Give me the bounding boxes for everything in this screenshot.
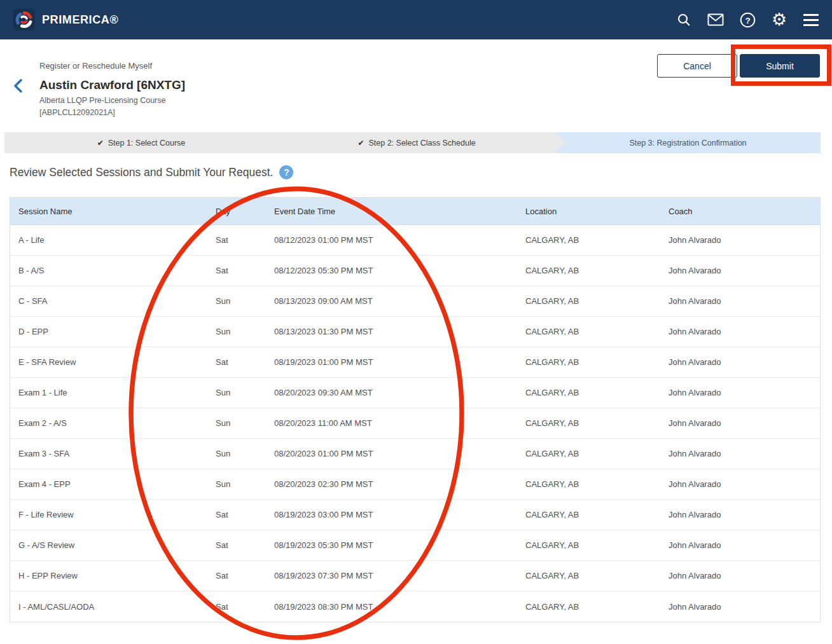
cell-event-date-time: 08/12/2023 05:30 PM MST bbox=[274, 266, 525, 275]
step-1-label: Step 1: Select Course bbox=[108, 139, 186, 147]
help-icon[interactable]: ? bbox=[739, 11, 756, 28]
cell-location: CALGARY, AB bbox=[525, 418, 669, 428]
cell-location: CALGARY, AB bbox=[525, 479, 669, 489]
search-icon[interactable] bbox=[676, 11, 692, 28]
page: PRIMERICA® ? ⚙ bbox=[0, 0, 832, 644]
cell-event-date-time: 08/19/2023 08:30 PM MST bbox=[274, 602, 525, 612]
cell-session-name: Exam 2 - A/S bbox=[18, 418, 216, 428]
section-help-icon[interactable]: ? bbox=[279, 165, 293, 179]
cell-day: Sat bbox=[216, 266, 274, 275]
cell-coach: John Alvarado bbox=[669, 602, 820, 612]
cell-event-date-time: 08/13/2023 09:00 AM MST bbox=[274, 296, 525, 306]
step-2: ✔ Step 2: Select Class Schedule bbox=[278, 132, 555, 153]
table-row: A - Life Sat 08/12/2023 01:00 PM MST CAL… bbox=[10, 225, 820, 256]
cell-location: CALGARY, AB bbox=[525, 357, 669, 367]
table-header-row: Session Name Day Event Date Time Locatio… bbox=[10, 198, 820, 225]
cell-coach: John Alvarado bbox=[669, 296, 820, 306]
cell-session-name: I - AML/CASL/AODA bbox=[18, 602, 216, 612]
col-coach: Coach bbox=[669, 207, 820, 216]
cell-coach: John Alvarado bbox=[669, 418, 820, 428]
cell-event-date-time: 08/12/2023 01:00 PM MST bbox=[274, 235, 525, 245]
col-location: Location bbox=[525, 207, 669, 216]
page-title: Austin Crawford [6NXTG] bbox=[39, 78, 185, 92]
cell-event-date-time: 08/20/2023 02:30 PM MST bbox=[274, 479, 525, 489]
table-row: D - EPP Sun 08/13/2023 01:30 PM MST CALG… bbox=[10, 317, 820, 347]
svg-text:?: ? bbox=[745, 15, 750, 25]
breadcrumb: Register or Reschedule Myself bbox=[39, 61, 152, 71]
cell-location: CALGARY, AB bbox=[525, 510, 669, 519]
cell-day: Sat bbox=[216, 357, 274, 367]
table-row: Exam 1 - Life Sun 08/20/2023 09:30 AM MS… bbox=[10, 378, 820, 408]
course-name: Alberta LLQP Pre-Licensing Course bbox=[39, 95, 166, 107]
table-row: B - A/S Sat 08/12/2023 05:30 PM MST CALG… bbox=[10, 256, 820, 286]
cell-day: Sat bbox=[216, 510, 274, 519]
table-row: C - SFA Sun 08/13/2023 09:00 AM MST CALG… bbox=[10, 286, 820, 317]
step-progress-bar: ✔ Step 1: Select Course ✔ Step 2: Select… bbox=[4, 132, 821, 153]
table-row: Exam 4 - EPP Sun 08/20/2023 02:30 PM MST… bbox=[10, 469, 820, 500]
check-icon: ✔ bbox=[357, 139, 364, 147]
cell-session-name: E - SFA Review bbox=[18, 357, 216, 367]
top-navbar: PRIMERICA® ? ⚙ bbox=[0, 0, 832, 39]
cell-location: CALGARY, AB bbox=[525, 571, 669, 580]
sessions-table: Session Name Day Event Date Time Locatio… bbox=[10, 197, 821, 622]
cell-session-name: B - A/S bbox=[18, 266, 216, 275]
cell-session-name: Exam 3 - SFA bbox=[18, 449, 216, 458]
navbar-actions: ? ⚙ bbox=[676, 11, 819, 28]
brand-name: PRIMERICA® bbox=[42, 13, 118, 27]
step-3-active: Step 3: Registration Confirmation bbox=[555, 132, 821, 153]
cell-session-name: Exam 4 - EPP bbox=[18, 479, 216, 489]
table-row: I - AML/CASL/AODA Sat 08/19/2023 08:30 P… bbox=[10, 591, 820, 622]
mail-icon[interactable] bbox=[707, 11, 724, 28]
cell-event-date-time: 08/19/2023 07:30 PM MST bbox=[274, 571, 525, 580]
cell-coach: John Alvarado bbox=[669, 540, 820, 550]
check-icon: ✔ bbox=[97, 139, 104, 147]
cell-location: CALGARY, AB bbox=[525, 235, 669, 245]
back-chevron-icon[interactable] bbox=[13, 79, 24, 93]
cell-coach: John Alvarado bbox=[669, 327, 820, 336]
cell-event-date-time: 08/20/2023 09:30 AM MST bbox=[274, 388, 525, 397]
submit-button[interactable]: Submit bbox=[740, 54, 820, 78]
cell-session-name: A - Life bbox=[18, 235, 216, 245]
table-row: G - A/S Review Sat 08/19/2023 05:30 PM M… bbox=[10, 530, 820, 561]
cell-session-name: D - EPP bbox=[18, 327, 216, 336]
table-body: A - Life Sat 08/12/2023 01:00 PM MST CAL… bbox=[10, 225, 820, 622]
cell-location: CALGARY, AB bbox=[525, 266, 669, 275]
primerica-logo-icon bbox=[13, 8, 36, 31]
step-3-label: Step 3: Registration Confirmation bbox=[629, 139, 746, 147]
cell-coach: John Alvarado bbox=[669, 510, 820, 519]
cell-day: Sat bbox=[216, 571, 274, 580]
section-title-row: Review Selected Sessions and Submit Your… bbox=[10, 165, 293, 179]
cell-day: Sun bbox=[216, 449, 274, 458]
col-day: Day bbox=[216, 207, 274, 216]
cell-coach: John Alvarado bbox=[669, 388, 820, 397]
cell-day: Sun bbox=[216, 296, 274, 306]
cell-session-name: F - Life Review bbox=[18, 510, 216, 519]
cell-coach: John Alvarado bbox=[669, 266, 820, 275]
col-event-date-time: Event Date Time bbox=[274, 207, 525, 216]
section-title: Review Selected Sessions and Submit Your… bbox=[10, 166, 273, 179]
cell-coach: John Alvarado bbox=[669, 479, 820, 489]
cancel-button[interactable]: Cancel bbox=[657, 54, 737, 78]
cell-session-name: Exam 1 - Life bbox=[18, 388, 216, 397]
table-row: H - EPP Review Sat 08/19/2023 07:30 PM M… bbox=[10, 561, 820, 591]
cell-day: Sun bbox=[216, 327, 274, 336]
cell-session-name: G - A/S Review bbox=[18, 540, 216, 550]
cell-coach: John Alvarado bbox=[669, 449, 820, 458]
primerica-logo[interactable]: PRIMERICA® bbox=[13, 8, 118, 31]
cell-location: CALGARY, AB bbox=[525, 602, 669, 612]
gear-icon[interactable]: ⚙ bbox=[771, 11, 787, 28]
menu-icon[interactable] bbox=[803, 11, 819, 28]
course-code: [ABPLCL12092021A] bbox=[39, 107, 166, 119]
step-arrow-icon bbox=[555, 132, 567, 153]
cell-day: Sat bbox=[216, 540, 274, 550]
cell-day: Sun bbox=[216, 418, 274, 428]
col-session-name: Session Name bbox=[18, 207, 216, 216]
cell-location: CALGARY, AB bbox=[525, 540, 669, 550]
cell-event-date-time: 08/20/2023 11:00 AM MST bbox=[274, 418, 525, 428]
table-row: F - Life Review Sat 08/19/2023 03:00 PM … bbox=[10, 500, 820, 530]
cell-day: Sun bbox=[216, 479, 274, 489]
table-row: E - SFA Review Sat 08/19/2023 01:00 PM M… bbox=[10, 347, 820, 378]
step-2-label: Step 2: Select Class Schedule bbox=[368, 139, 475, 147]
cell-coach: John Alvarado bbox=[669, 571, 820, 580]
table-row: Exam 3 - SFA Sun 08/20/2023 01:00 PM MST… bbox=[10, 439, 820, 469]
